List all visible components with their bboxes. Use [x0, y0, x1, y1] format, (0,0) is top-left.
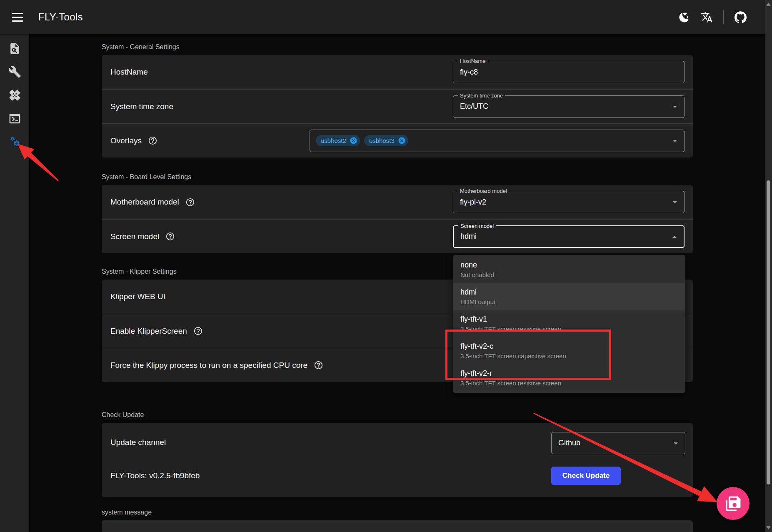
sidebar-item-patch[interactable]	[5, 86, 25, 104]
section-header-update: Check Update	[102, 411, 693, 419]
chevron-down-icon	[670, 197, 680, 207]
topbar-divider	[723, 10, 724, 24]
system-message-card	[102, 520, 693, 532]
screen-model-row: Screen model Screen model hdmi	[102, 219, 693, 253]
hostname-field-label: HostName	[458, 58, 487, 64]
motherboard-field-label: Motherboard model	[458, 188, 509, 194]
chevron-down-icon	[670, 102, 680, 112]
overlays-label: Overlays	[110, 136, 142, 145]
help-icon[interactable]	[165, 232, 175, 241]
github-icon[interactable]	[732, 9, 749, 25]
option-none[interactable]: none Not enabled	[453, 256, 685, 283]
klipperscreen-label: Enable KlipperScreen	[110, 327, 187, 336]
chevron-up-icon	[670, 232, 680, 242]
option-hdmi[interactable]: hdmi HDMI output	[453, 283, 685, 310]
help-icon[interactable]	[193, 326, 203, 336]
update-channel-label: Update channel	[110, 438, 166, 447]
hostname-label: HostName	[110, 67, 148, 77]
sidebar-item-file-search[interactable]	[5, 39, 25, 57]
timezone-label: System time zone	[110, 102, 173, 111]
timezone-value: Etc/UTC	[460, 102, 488, 111]
annotation-red-box	[445, 330, 611, 380]
motherboard-value: fly-pi-v2	[460, 198, 486, 207]
chip-label: usbhost3	[369, 137, 395, 144]
help-icon[interactable]	[185, 197, 195, 207]
top-app-bar: FLY-Tools	[0, 0, 772, 34]
help-icon[interactable]	[148, 136, 157, 145]
update-channel-value: Github	[558, 439, 580, 447]
hostname-input[interactable]: HostName fly-c8	[453, 61, 685, 83]
overlays-select[interactable]: usbhost2 usbhost3	[310, 130, 685, 152]
update-channel-select[interactable]: Github	[551, 432, 685, 454]
screen-model-value: hdmi	[460, 232, 477, 241]
general-settings-card: HostName HostName fly-c8 System time zon…	[102, 55, 693, 157]
hostname-value: fly-c8	[460, 68, 478, 77]
motherboard-select[interactable]: Motherboard model fly-pi-v2	[453, 191, 685, 213]
save-all-fab[interactable]	[717, 487, 750, 520]
chevron-down-icon	[670, 136, 680, 146]
chevron-down-icon	[671, 438, 681, 448]
timezone-select[interactable]: System time zone Etc/UTC	[453, 95, 685, 118]
sidebar-item-terminal[interactable]	[5, 109, 25, 127]
overlays-row: Overlays usbhost2 usbhost3	[102, 123, 693, 157]
section-header-general: System - General Settings	[102, 43, 693, 51]
chip-close-icon[interactable]	[350, 137, 357, 145]
section-header-message: system message	[102, 509, 693, 516]
klippy-cpu-label: Force the Klippy process to run on a spe…	[110, 361, 307, 370]
save-all-icon	[725, 496, 741, 512]
chip-label: usbhost2	[321, 137, 346, 144]
check-update-button[interactable]: Check Update	[551, 467, 621, 485]
hostname-row: HostName HostName fly-c8	[102, 55, 693, 89]
motherboard-label: Motherboard model	[110, 197, 179, 207]
timezone-row: System time zone System time zone Etc/UT…	[102, 89, 693, 123]
scrollbar-thumb[interactable]	[767, 180, 770, 485]
motherboard-row: Motherboard model Motherboard model fly-…	[102, 185, 693, 219]
scroll-up-icon[interactable]	[765, 1, 772, 7]
section-header-board: System - Board Level Settings	[102, 173, 693, 181]
sidebar-item-settings[interactable]	[5, 132, 25, 151]
check-update-card: Update channel Github FLY-Tools: v0.2.5-…	[102, 423, 693, 497]
overlay-chip[interactable]: usbhost2	[316, 135, 360, 146]
klipper-webui-label: Klipper WEB UI	[110, 292, 165, 301]
dark-mode-icon[interactable]	[676, 9, 692, 25]
help-icon[interactable]	[314, 360, 323, 370]
topbar-actions	[676, 9, 749, 25]
board-settings-card: Motherboard model Motherboard model fly-…	[102, 185, 693, 253]
app-window: FLY-Tools	[0, 0, 772, 532]
scroll-down-icon[interactable]	[765, 525, 772, 531]
hamburger-menu-icon[interactable]	[7, 6, 28, 28]
sidebar-item-wrench[interactable]	[5, 62, 25, 81]
chip-close-icon[interactable]	[398, 137, 406, 145]
vertical-scrollbar[interactable]	[765, 0, 772, 532]
translate-icon[interactable]	[698, 9, 715, 25]
overlay-chip[interactable]: usbhost3	[364, 135, 408, 146]
version-text: FLY-Tools: v0.2.5-fb9bfeb	[110, 471, 200, 480]
overlay-chips: usbhost2 usbhost3	[316, 135, 408, 146]
app-title: FLY-Tools	[38, 11, 83, 23]
screen-model-label: Screen model	[110, 232, 159, 241]
timezone-field-label: System time zone	[458, 92, 505, 99]
sidebar-nav	[0, 34, 29, 532]
screen-model-field-label: Screen model	[458, 223, 496, 229]
screen-model-select[interactable]: Screen model hdmi	[453, 225, 685, 248]
